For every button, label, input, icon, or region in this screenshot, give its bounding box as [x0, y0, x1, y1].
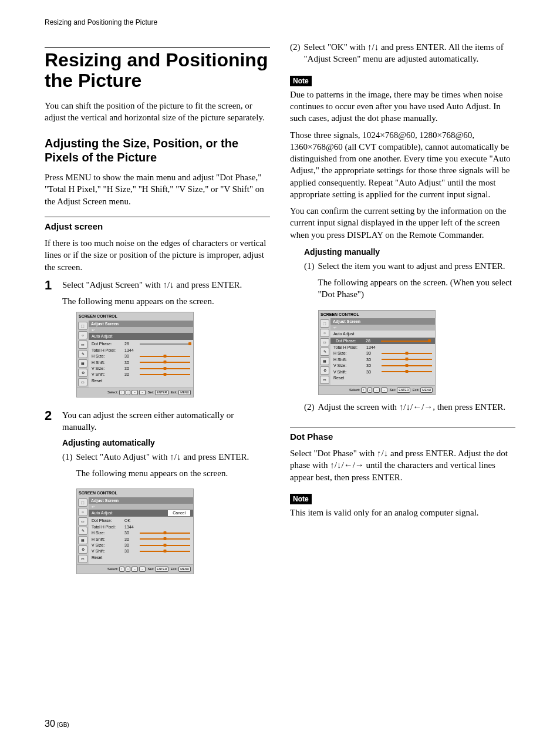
step-number: 2 [45, 409, 56, 580]
page-title: Resizing and Positioning the Picture [45, 50, 270, 91]
auto-substep1-follow: The following menu appears on the screen… [76, 467, 271, 479]
arrow-up-down-icon: ↑/↓ [163, 280, 174, 289]
osd-row: Reset [92, 554, 190, 560]
osd-row: V Size:30 [92, 543, 190, 548]
osd-row: H Size:30 [92, 353, 190, 359]
osd-tab: Adjust Screen [89, 497, 193, 504]
substep-number: (1) [304, 260, 315, 305]
osd-footer: Select:↑↓←→ Set:ENTER Exit:MENU [77, 564, 193, 574]
osd-back: ↩ [330, 325, 435, 331]
manual-heading: Adjusting manually [304, 247, 515, 258]
osd-screenshot-3: SCREEN CONTROL ⬚ ☼ ▭ ✎ ▦ ⚙ ▭ Adjust Scre… [318, 310, 436, 395]
osd-back: ↩ [89, 327, 193, 333]
section-heading: Adjusting the Size, Position, or the Pix… [45, 136, 270, 164]
auto-substep2: Select "OK" with ↑/↓ and press ENTER. Al… [304, 41, 516, 65]
osd-screenshot-2: SCREEN CONTROL ⬚ ☼ ▭ ✎ ▦ ⚙ ▭ Adjust Sc [76, 488, 194, 574]
step1-text: Select "Adjust Screen" with ↑/↓ and pres… [62, 279, 270, 291]
osd-footer: Select:↑↓←→ Set:ENTER Exit:MENU [77, 388, 193, 397]
osd-row: Reset [333, 375, 432, 381]
osd-icon: ▭ [78, 341, 87, 349]
osd-row: V Shift:30 [333, 369, 432, 375]
page-number: 30 [45, 719, 55, 729]
osd-row: V Size:30 [333, 363, 432, 369]
osd-row: H Shift:30 [333, 356, 432, 362]
osd-sidebar: ⬚ ☼ ▭ ✎ ▦ ⚙ ▭ [319, 318, 330, 385]
note-label: Note [290, 76, 312, 86]
osd-row: H Size:30 [333, 351, 432, 356]
substep-number: (2) [304, 401, 315, 417]
osd-icon: ⚙ [78, 369, 87, 377]
osd-row: H Size:30 [92, 530, 190, 536]
left-column: Resizing and Positioning the Picture You… [45, 39, 270, 579]
osd-highlight-row: Auto Adjust [89, 333, 193, 339]
page-footer: 30 (GB) [45, 717, 69, 730]
osd-title: SCREEN CONTROL [319, 311, 435, 318]
arrow-up-down-icon: ↑/↓ [377, 449, 388, 458]
osd-icon: ⬚ [78, 322, 87, 330]
osd-tab: Adjust Screen [89, 321, 193, 327]
osd-back: ↩ [89, 504, 193, 510]
osd-icon: ✎ [78, 350, 87, 358]
auto-heading: Adjusting automatically [62, 437, 270, 449]
adjust-screen-heading: Adjust screen [45, 221, 270, 233]
osd-row: Total H Pixel:1344 [92, 347, 190, 353]
manual-item1b: The following appears on the screen. (Wh… [318, 277, 516, 301]
step-number: 1 [45, 279, 56, 403]
osd-footer: Select:↑↓←→ Set:ENTER Exit:MENU [319, 385, 435, 395]
right-column: (2) Select "OK" with ↑/↓ and press ENTER… [290, 39, 515, 579]
osd-tab: Adjust Screen [330, 318, 435, 325]
osd-row: Total H Pixel:1344 [92, 524, 190, 530]
running-header: Resizing and Positioning the Picture [45, 18, 515, 27]
arrow-up-down-icon: ↑/↓ [170, 452, 181, 461]
osd-row: Auto Adjust [333, 331, 432, 337]
dot-phase-note: This item is valid only for an analog co… [290, 507, 515, 518]
section-body: Press MENU to show the main menu and adj… [45, 171, 270, 207]
osd-title: SCREEN CONTROL [77, 489, 193, 497]
arrow-udlr-icon: ↑/↓/←/→ [330, 460, 364, 470]
page-lang: (GB) [55, 722, 69, 728]
adjust-screen-intro: If there is too much noise on the edges … [45, 237, 270, 273]
arrow-up-down-icon: ↑/↓ [367, 42, 379, 52]
osd-row-selected: Dot Phase:28 [330, 338, 435, 344]
auto-substep1: Select "Auto Adjust" with ↑/↓ and press … [76, 451, 271, 463]
arrow-udlr-icon: ↑/↓/←/→ [399, 402, 433, 412]
step2-text: You can adjust the screen either automat… [62, 409, 270, 433]
step-1: 1 Select "Adjust Screen" with ↑/↓ and pr… [45, 279, 270, 403]
osd-row: Dot Phase:28 [92, 341, 190, 347]
osd-title: SCREEN CONTROL [77, 312, 193, 320]
dot-phase-heading: Dot Phase [290, 431, 515, 443]
osd-row: Dot Phase:OK [92, 518, 190, 524]
osd-row: H Shift:30 [92, 359, 190, 365]
intro-text: You can shift the position of the pictur… [45, 100, 270, 124]
osd-row: H Shift:30 [92, 536, 190, 542]
osd-row: V Size:30 [92, 365, 190, 371]
step1-followup: The following menu appears on the screen… [62, 295, 270, 307]
note-body2: Those three signals, 1024×768@60, 1280×7… [290, 129, 515, 201]
osd-icon: ☼ [78, 331, 87, 339]
osd-row: V Shift:30 [92, 372, 190, 378]
step-2: 2 You can adjust the screen either autom… [45, 409, 270, 580]
note-body1: Due to patterns in the image, there may … [290, 89, 515, 124]
osd-sidebar: ⬚ ☼ ▭ ✎ ▦ ⚙ ▭ [77, 497, 89, 564]
substep-number: (1) [62, 451, 73, 484]
substep-number: (2) [290, 41, 301, 70]
osd-row: Reset [92, 378, 190, 383]
osd-row: V Shift:30 [92, 548, 190, 554]
manual-item2: Adjust the screen with ↑/↓/←/→, then pre… [318, 401, 516, 413]
osd-icon: ▦ [78, 359, 87, 368]
osd-sidebar: ⬚ ☼ ▭ ✎ ▦ ⚙ ▭ [77, 321, 89, 388]
note-label: Note [290, 494, 312, 504]
osd-highlight-row: Auto AdjustCancel [89, 510, 193, 516]
osd-icon: ▭ [78, 378, 87, 386]
osd-screenshot-1: SCREEN CONTROL ⬚ ☼ ▭ ✎ ▦ ⚙ ▭ Adjust Sc [76, 312, 194, 397]
note-body3: You can confirm the current setting by t… [290, 205, 515, 241]
dot-phase-body: Select "Dot Phase" with ↑/↓ and press EN… [290, 447, 515, 483]
osd-row: Total H Pixel:1344 [333, 344, 432, 350]
manual-item1a: Select the item you want to adjust and p… [318, 260, 516, 272]
